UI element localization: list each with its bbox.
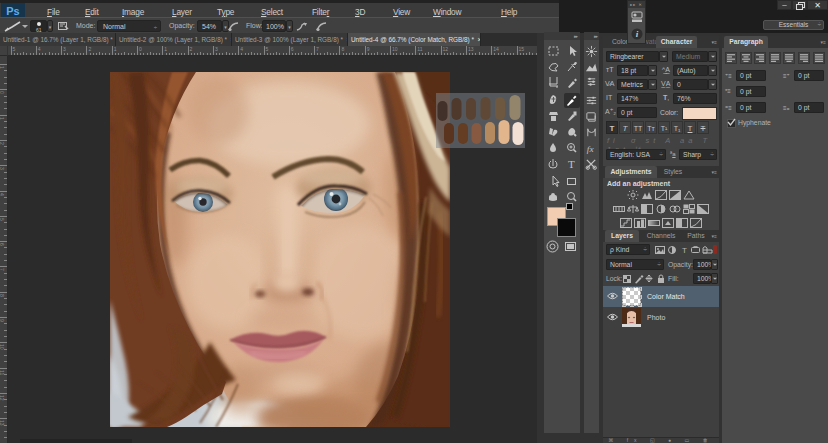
svg-text:T: T [682,246,687,255]
svg-text:T: T [568,158,575,170]
svg-text:fx: fx [587,144,595,154]
